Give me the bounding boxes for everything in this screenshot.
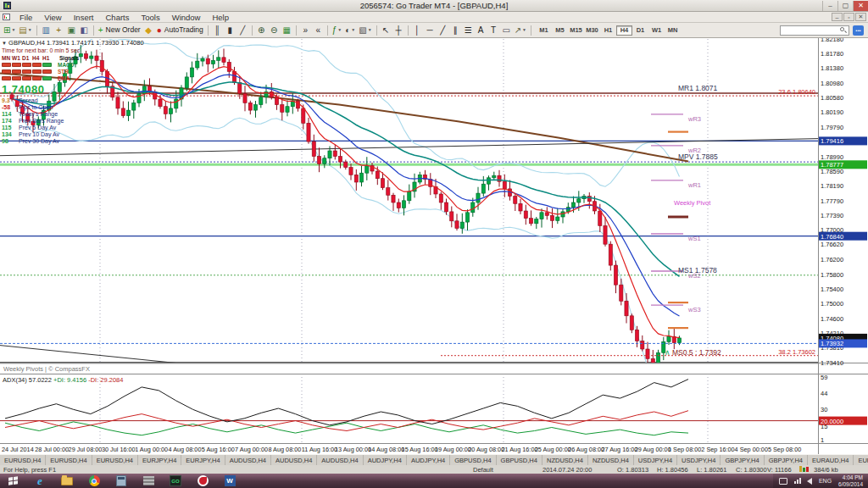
tray-monitor-icon[interactable] [779, 478, 787, 485]
chart-tab-19[interactable]: EURAUD,H4 [854, 455, 868, 465]
word-icon[interactable]: W [222, 475, 237, 487]
channel-button[interactable]: ∥ [449, 25, 462, 36]
chart-tab-6[interactable]: AUDUSD,H4 [271, 455, 317, 465]
text-button[interactable]: A [475, 25, 487, 36]
navigator-icon: + [56, 26, 61, 35]
mdi-restore-button[interactable]: ▫ [843, 13, 854, 21]
chart-tab-11[interactable]: GBPUSD,H4 [497, 455, 542, 465]
menu-item-charts[interactable]: Charts [100, 12, 136, 23]
bricks-app-icon[interactable] [141, 475, 156, 487]
periods-button[interactable]: ◐▼ [343, 25, 357, 36]
auto-scroll-button[interactable]: » [299, 25, 312, 36]
svg-text:1.78777: 1.78777 [821, 161, 843, 169]
timeframe-w1[interactable]: W1 [648, 25, 665, 36]
chart-document-icon [3, 14, 10, 20]
chart-tab-4[interactable]: EURJPY,H4 [181, 455, 225, 465]
chart-tab-5[interactable]: AUDUSD,H4 [225, 455, 271, 465]
chart-tab-15[interactable]: USDJPY,H4 [677, 455, 721, 465]
horizontal-line-button[interactable]: ─ [424, 25, 437, 36]
menu-item-window[interactable]: Window [166, 12, 207, 23]
timeframe-d1[interactable]: D1 [632, 25, 648, 36]
chart-tab-1[interactable]: EURUSD,H4 [46, 455, 92, 465]
chart-tab-10[interactable]: GBPUSD,H4 [450, 455, 496, 465]
cursor-button[interactable]: ↖ [380, 25, 392, 36]
autotrading-button[interactable]: ●AutoTrading [155, 25, 205, 36]
templates-button[interactable]: ▧▼ [357, 25, 373, 36]
indicators-button[interactable]: ƒ▼ [331, 25, 344, 36]
mdi-minimize-button[interactable]: – [832, 13, 843, 21]
date-axis[interactable]: 24 Jul 201428 Jul 00:0029 Jul 08:0030 Ju… [2, 446, 801, 453]
menu-item-help[interactable]: Help [206, 12, 235, 23]
tray-language[interactable]: ENG [819, 478, 832, 484]
menu-item-view[interactable]: View [38, 12, 67, 23]
chart-tab-0[interactable]: EURUSD,H4 [0, 455, 46, 465]
trendline-button[interactable]: ╱ [437, 25, 449, 36]
mt4-icon[interactable] [195, 475, 210, 487]
timeframe-m5[interactable]: M5 [552, 25, 568, 36]
svg-text:28 Jul 00:00: 28 Jul 00:00 [35, 446, 69, 453]
auto-scroll-icon: » [303, 26, 308, 35]
chart-tab-8[interactable]: AUDJPY,H4 [364, 455, 407, 465]
chart-tab-14[interactable]: USDJPY,H4 [634, 455, 677, 465]
market-watch-button[interactable]: ▥ [40, 25, 53, 36]
svg-text:11 Aug 16:00: 11 Aug 16:00 [302, 446, 337, 453]
timeframe-h4[interactable]: H4 [616, 25, 632, 36]
terminal-button[interactable]: ▣ [65, 25, 78, 36]
timeframe-m30[interactable]: M30 [584, 25, 600, 36]
menu-item-tools[interactable]: Tools [135, 12, 165, 23]
chart-tab-3[interactable]: EURJPY,H4 [138, 455, 181, 465]
menu-item-insert[interactable]: Insert [68, 12, 100, 23]
shapes-button[interactable]: ▭ [500, 25, 513, 36]
chart-tab-7[interactable]: AUDUSD,H4 [317, 455, 363, 465]
chart-tab-17[interactable]: GBPJPY,H4 [765, 455, 808, 465]
candlestick-chart-button[interactable]: ▮ [224, 25, 236, 36]
vertical-line-button[interactable]: │ [411, 25, 424, 36]
chart-tab-13[interactable]: NZDUSD,H4 [588, 455, 634, 465]
chart-tab-12[interactable]: NZDUSD,H4 [542, 455, 588, 465]
chart-shift-button[interactable]: « [312, 25, 325, 36]
start-button[interactable] [5, 475, 20, 487]
chat-icon[interactable]: ••• [853, 25, 864, 36]
internet-explorer-icon[interactable]: e [32, 475, 47, 487]
bar-chart-button[interactable]: ║ [211, 25, 224, 36]
line-chart-button[interactable]: ╱ [236, 25, 249, 36]
chart-tab-16[interactable]: GBPJPY,H4 [721, 455, 764, 465]
new-order-button[interactable]: +New Order [97, 25, 142, 36]
svg-text:1.80190: 1.80190 [821, 108, 843, 116]
menu-item-file[interactable]: File [14, 12, 38, 23]
metaeditor-button[interactable]: ◆ [142, 25, 155, 36]
timeframe-m1[interactable]: M1 [536, 25, 552, 36]
gotrader-icon[interactable]: GO [168, 475, 183, 487]
tray-network-icon[interactable] [793, 478, 801, 484]
crosshair-button[interactable]: ┼ [392, 25, 405, 36]
mdi-close-button[interactable]: ✕ [855, 13, 866, 21]
zoom-out-button[interactable]: ⊖ [268, 25, 281, 36]
timeframe-h1[interactable]: H1 [600, 25, 616, 36]
timeframe-mn[interactable]: MN [665, 25, 681, 36]
chart-tab-9[interactable]: AUDJPY,H4 [407, 455, 450, 465]
fibonacci-button[interactable]: ☰ [462, 25, 475, 36]
tray-volume-icon[interactable] [807, 478, 812, 485]
strategy-tester-button[interactable]: ◧ [78, 25, 91, 36]
navigator-button[interactable]: + [53, 25, 65, 36]
svg-text:20 Aug 08:00: 20 Aug 08:00 [468, 446, 504, 453]
tile-windows-button[interactable]: ▦ [281, 25, 293, 36]
zoom-out-icon: ⊖ [270, 26, 277, 35]
profiles-button[interactable]: ▤▼ [17, 25, 33, 36]
file-explorer-icon[interactable] [59, 475, 75, 487]
label-button[interactable]: T [487, 25, 500, 36]
arrows-button[interactable]: ↗▼ [513, 25, 528, 36]
chart-tab-2[interactable]: EURUSD,H4 [92, 455, 138, 465]
strategy-tester-icon: ◧ [81, 26, 88, 35]
tray-clock[interactable]: 4:04 PM6/09/2014 [838, 474, 863, 487]
zoom-in-button[interactable]: ⊕ [255, 25, 268, 36]
new-chart-button[interactable]: ⊞▼ [2, 25, 17, 36]
timeframe-m15[interactable]: M15 [568, 25, 584, 36]
status-profile[interactable]: Default [473, 466, 493, 474]
price-chart[interactable]: MR1 1.8071wR3wR2MPV 1.7885wR1Weekly Pivo… [0, 38, 868, 454]
calculator-icon[interactable] [114, 475, 129, 487]
chrome-icon[interactable] [86, 475, 102, 487]
system-tray: ENG 4:04 PM6/09/2014 [773, 474, 868, 488]
svg-text:1.73410: 1.73410 [821, 359, 843, 367]
chart-tab-18[interactable]: EURAUD,H4 [808, 455, 854, 465]
